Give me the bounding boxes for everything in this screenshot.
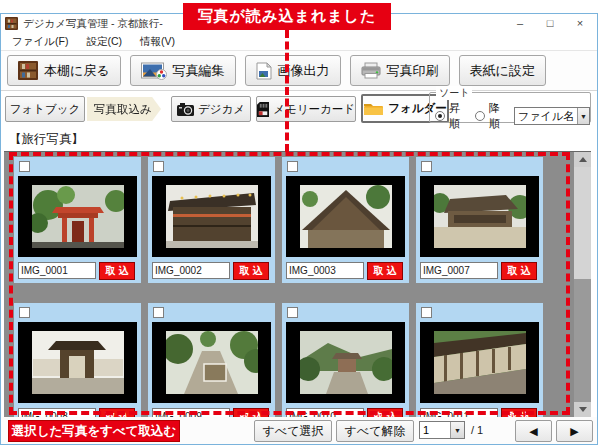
page-select[interactable]: 1 ▼ bbox=[419, 421, 465, 439]
scrollbar-thumb[interactable] bbox=[574, 167, 591, 279]
scrollbar-track[interactable] bbox=[574, 279, 591, 402]
maximize-icon[interactable]: □ bbox=[535, 15, 565, 32]
filename-input[interactable] bbox=[18, 262, 96, 279]
filename-input[interactable] bbox=[286, 262, 364, 279]
photo-select-checkbox[interactable] bbox=[287, 161, 298, 172]
filename-input[interactable] bbox=[420, 262, 498, 279]
filename-input[interactable] bbox=[286, 408, 364, 417]
select-all-button[interactable]: すべて選択 bbox=[254, 420, 332, 442]
import-button[interactable]: 取 込 bbox=[501, 408, 537, 418]
digicam-label: デジカメ bbox=[198, 102, 245, 117]
photo-grid-wrap: 取 込 取 bbox=[1, 151, 597, 417]
image-output-button[interactable]: 画像出力 bbox=[245, 55, 341, 86]
photo-thumbnail[interactable] bbox=[18, 176, 137, 257]
next-page-button[interactable]: ▶ bbox=[556, 420, 593, 442]
image-output-icon bbox=[256, 62, 272, 80]
sort-asc-radio[interactable] bbox=[435, 111, 445, 121]
import-button[interactable]: 取 込 bbox=[233, 262, 269, 280]
set-cover-label: 表紙に設定 bbox=[470, 62, 535, 80]
menu-file[interactable]: ファイル(F) bbox=[3, 35, 77, 49]
filename-input[interactable] bbox=[152, 408, 230, 417]
photo-select-checkbox[interactable] bbox=[421, 307, 432, 318]
album-title: 【旅行写真】 bbox=[9, 131, 84, 148]
photo-select-checkbox[interactable] bbox=[19, 307, 30, 318]
chevron-down-icon[interactable]: ▼ bbox=[577, 108, 589, 124]
shrine-gate-photo bbox=[32, 185, 124, 248]
bottom-bar: 選択した写真をすべて取込む すべて選択 すべて解除 1 ▼ / 1 ◀ ▶ bbox=[1, 417, 597, 444]
filename-input[interactable] bbox=[420, 408, 498, 417]
main-toolbar: 本棚に戻る 写真編集 画像出力 bbox=[1, 51, 597, 91]
app-window: デジカメ写真管理 - 京都旅行- – □ × ファイル(F) 設定(C) 情報(… bbox=[0, 13, 598, 445]
photo-edit-button[interactable]: 写真編集 bbox=[130, 55, 236, 86]
photo-grid: 取 込 取 bbox=[4, 151, 574, 417]
photo-edit-label: 写真編集 bbox=[173, 62, 225, 80]
annotation-banner: 写真が読み込まれました bbox=[183, 3, 391, 30]
photo-cell: 取 込 bbox=[14, 157, 141, 283]
wooden-gate-photo bbox=[32, 331, 124, 394]
vertical-scrollbar[interactable] bbox=[574, 151, 591, 417]
filename-input[interactable] bbox=[152, 262, 230, 279]
covered-corridor-photo bbox=[434, 331, 526, 394]
page-select-value: 1 bbox=[420, 424, 450, 436]
sort-key-value: ファイル名 bbox=[515, 109, 577, 124]
import-button[interactable]: 取 込 bbox=[99, 408, 135, 418]
sort-key-select[interactable]: ファイル名 ▼ bbox=[514, 107, 590, 125]
close-icon[interactable]: × bbox=[565, 15, 595, 32]
minimize-icon[interactable]: – bbox=[505, 15, 535, 32]
photo-cell: 取 込 bbox=[148, 303, 275, 417]
page-total-label: / 1 bbox=[471, 424, 483, 436]
photo-select-checkbox[interactable] bbox=[153, 307, 164, 318]
bookshelf-icon bbox=[18, 61, 38, 80]
photo-cell: 取 込 bbox=[416, 303, 543, 417]
sort-asc-label: 昇順 bbox=[449, 101, 465, 131]
menu-info[interactable]: 情報(V) bbox=[131, 35, 184, 49]
photobook-button[interactable]: フォトブック bbox=[5, 96, 85, 122]
import-button[interactable]: 取 込 bbox=[99, 262, 135, 280]
folder-icon bbox=[363, 101, 384, 116]
sort-desc-radio[interactable] bbox=[475, 111, 485, 121]
photo-thumbnail[interactable] bbox=[152, 176, 271, 257]
import-button[interactable]: 取 込 bbox=[367, 408, 403, 418]
sort-groupbox: ソート 昇順 降順 ファイル名 ▼ bbox=[429, 92, 591, 123]
filename-input[interactable] bbox=[18, 408, 96, 417]
photo-thumbnail[interactable] bbox=[420, 176, 539, 257]
scrollbar-up-icon[interactable] bbox=[574, 152, 591, 167]
back-to-shelf-label: 本棚に戻る bbox=[44, 62, 110, 80]
annotation-dotted-line bbox=[285, 30, 289, 152]
photo-thumbnail[interactable] bbox=[286, 322, 405, 403]
import-button[interactable]: 取 込 bbox=[501, 262, 537, 280]
tab-photo-import[interactable]: 写真取込み bbox=[87, 97, 161, 121]
back-to-shelf-button[interactable]: 本棚に戻る bbox=[7, 55, 121, 86]
photo-cell: 取 込 bbox=[14, 303, 141, 417]
chevron-down-icon[interactable]: ▼ bbox=[450, 422, 464, 438]
photo-select-checkbox[interactable] bbox=[19, 161, 30, 172]
scrollbar-down-icon[interactable] bbox=[574, 402, 591, 417]
sort-desc-label: 降順 bbox=[489, 101, 505, 131]
photo-cell: 取 込 bbox=[148, 157, 275, 283]
menu-bar: ファイル(F) 設定(C) 情報(V) bbox=[1, 33, 597, 51]
photo-cell: 取 込 bbox=[416, 157, 543, 283]
memory-card-button[interactable]: メモリーカード bbox=[256, 96, 356, 122]
photo-select-checkbox[interactable] bbox=[287, 307, 298, 318]
digicam-button[interactable]: デジカメ bbox=[171, 96, 251, 122]
photo-print-button[interactable]: 写真印刷 bbox=[350, 55, 450, 86]
photo-thumbnail[interactable] bbox=[152, 322, 271, 403]
app-icon bbox=[5, 17, 18, 30]
photo-thumbnail[interactable] bbox=[420, 322, 539, 403]
hillside-gate-photo bbox=[300, 331, 392, 394]
photo-select-checkbox[interactable] bbox=[421, 161, 432, 172]
lantern-hall-photo bbox=[166, 185, 258, 248]
menu-settings[interactable]: 設定(C) bbox=[77, 35, 131, 49]
printer-icon bbox=[361, 62, 381, 79]
prev-page-button[interactable]: ◀ bbox=[515, 420, 552, 442]
photo-thumbnail[interactable] bbox=[286, 176, 405, 257]
import-selected-button[interactable]: 選択した写真をすべて取込む bbox=[8, 420, 180, 442]
import-button[interactable]: 取 込 bbox=[367, 262, 403, 280]
photo-select-checkbox[interactable] bbox=[153, 161, 164, 172]
set-cover-button[interactable]: 表紙に設定 bbox=[459, 55, 546, 86]
import-button[interactable]: 取 込 bbox=[233, 408, 269, 418]
photo-thumbnail[interactable] bbox=[18, 322, 137, 403]
photo-cell: 取 込 bbox=[282, 157, 409, 283]
deselect-all-button[interactable]: すべて解除 bbox=[336, 420, 414, 442]
photo-print-label: 写真印刷 bbox=[387, 62, 439, 80]
